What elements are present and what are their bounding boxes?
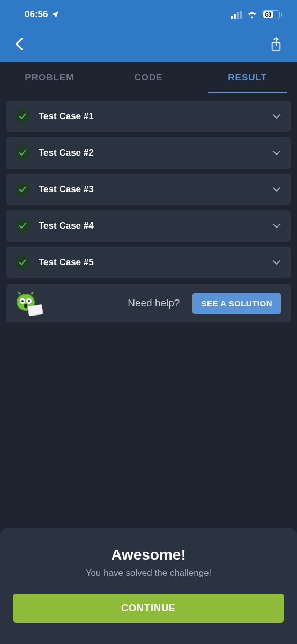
svg-point-7 xyxy=(28,300,30,302)
mascot-icon xyxy=(12,288,46,318)
test-case-row[interactable]: Test Case #4 xyxy=(6,210,291,241)
help-bar: Need help? SEE A SOLUTION xyxy=(6,284,291,322)
check-icon xyxy=(15,145,30,160)
test-case-label: Test Case #2 xyxy=(39,148,272,158)
check-icon xyxy=(15,218,30,233)
see-solution-button[interactable]: SEE A SOLUTION xyxy=(192,293,281,314)
test-case-label: Test Case #1 xyxy=(39,111,272,122)
test-case-row[interactable]: Test Case #1 xyxy=(6,101,291,132)
check-icon xyxy=(15,255,30,270)
continue-button[interactable]: CONTINUE xyxy=(13,594,284,623)
check-icon xyxy=(15,109,30,124)
nav-bar xyxy=(0,29,297,62)
clock-time: 06:56 xyxy=(25,9,48,20)
status-time-area: 06:56 xyxy=(25,9,60,20)
svg-point-8 xyxy=(24,304,27,308)
tab-problem[interactable]: PROBLEM xyxy=(0,62,99,93)
chevron-down-icon xyxy=(272,187,281,192)
status-bar: 06:56 68 xyxy=(0,0,297,29)
status-right: 68 xyxy=(231,10,282,19)
tab-bar: PROBLEM CODE RESULT xyxy=(0,62,297,93)
result-card: Awesome! You have solved the challenge! … xyxy=(0,528,297,644)
tab-code-label: CODE xyxy=(134,72,162,83)
test-case-row[interactable]: Test Case #2 xyxy=(6,137,291,169)
back-button[interactable] xyxy=(11,33,28,55)
check-icon xyxy=(15,182,30,197)
test-case-row[interactable]: Test Case #3 xyxy=(6,174,291,205)
location-icon xyxy=(51,10,60,19)
result-title: Awesome! xyxy=(13,546,284,564)
chevron-down-icon xyxy=(272,223,281,229)
chevron-down-icon xyxy=(272,150,281,156)
help-text: Need help? xyxy=(54,297,185,309)
svg-point-5 xyxy=(21,300,24,302)
tab-code[interactable]: CODE xyxy=(99,62,198,93)
chevron-left-icon xyxy=(15,37,24,51)
test-case-label: Test Case #4 xyxy=(39,221,272,231)
chevron-down-icon xyxy=(272,260,281,265)
chevron-down-icon xyxy=(272,114,281,119)
share-icon xyxy=(270,36,282,52)
test-case-label: Test Case #5 xyxy=(39,257,272,268)
tab-result-label: RESULT xyxy=(228,72,267,83)
share-button[interactable] xyxy=(266,32,286,56)
tab-result[interactable]: RESULT xyxy=(198,62,297,93)
cellular-icon xyxy=(231,11,242,19)
test-case-row[interactable]: Test Case #5 xyxy=(6,247,291,278)
battery-percent: 68 xyxy=(265,12,271,18)
battery-icon: 68 xyxy=(262,10,282,19)
tab-problem-label: PROBLEM xyxy=(25,72,74,83)
result-subtitle: You have solved the challenge! xyxy=(13,568,284,579)
test-case-label: Test Case #3 xyxy=(39,184,272,195)
test-case-list: Test Case #1 Test Case #2 Test Case #3 T… xyxy=(0,93,297,282)
wifi-icon xyxy=(247,10,257,19)
